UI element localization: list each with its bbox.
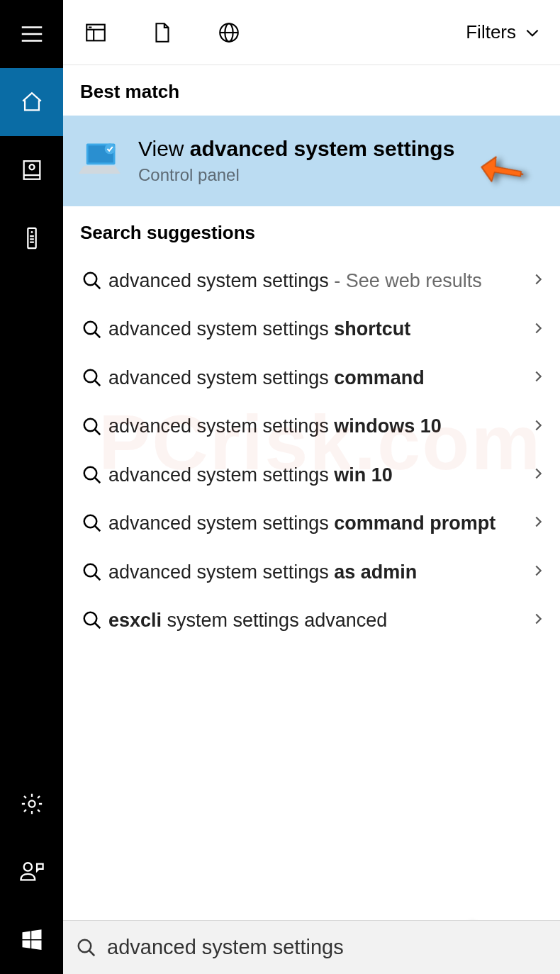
documents-filter-icon — [150, 21, 174, 45]
suggestion-item[interactable]: advanced system settings win 10 — [72, 451, 551, 499]
svg-point-22 — [105, 144, 116, 155]
suggestion-item[interactable]: advanced system settings command — [72, 354, 551, 402]
home-icon — [20, 90, 44, 114]
filters-dropdown[interactable]: Filters — [466, 21, 560, 43]
chevron-right-icon[interactable] — [530, 369, 546, 387]
chevron-right-icon[interactable] — [530, 418, 546, 436]
cortana-sidebar — [0, 0, 63, 974]
remote-icon — [20, 226, 44, 250]
suggestion-text: esxcli system settings advanced — [108, 608, 530, 633]
best-match-header: Best match — [63, 65, 560, 116]
chevron-right-icon[interactable] — [530, 272, 546, 290]
suggestion-item[interactable]: advanced system settings as admin — [72, 548, 551, 596]
search-icon — [76, 937, 97, 958]
suggestion-item[interactable]: advanced system settings shortcut — [72, 305, 551, 353]
chevron-right-icon[interactable] — [530, 514, 546, 532]
windows-start-button[interactable] — [0, 906, 63, 974]
search-input[interactable] — [107, 936, 560, 959]
chevron-right-icon[interactable] — [530, 611, 546, 629]
svg-point-29 — [84, 418, 97, 431]
chevron-right-icon[interactable] — [530, 466, 546, 484]
search-bar[interactable] — [63, 920, 560, 974]
home-button[interactable] — [0, 68, 63, 136]
svg-line-34 — [95, 526, 101, 532]
suggestion-item[interactable]: advanced system settings windows 10 — [72, 402, 551, 450]
suggestion-text: advanced system settings as admin — [108, 559, 530, 585]
best-match-title: View advanced system settings — [138, 137, 454, 161]
photo-frame-icon — [20, 158, 44, 182]
documents-filter-button[interactable] — [150, 20, 175, 45]
best-match-result[interactable]: View advanced system settings Control pa… — [63, 116, 560, 206]
filters-label: Filters — [466, 21, 516, 43]
svg-point-37 — [84, 612, 97, 625]
suggestion-item[interactable]: advanced system settings command prompt — [72, 499, 551, 547]
chevron-down-icon — [523, 23, 542, 42]
suggestion-text: advanced system settings command — [108, 365, 530, 391]
search-icon — [76, 464, 108, 486]
web-filter-icon — [217, 21, 241, 45]
suggestion-item[interactable]: esxcli system settings advanced — [72, 596, 551, 644]
filter-topbar: Filters — [63, 0, 560, 65]
chevron-right-icon[interactable] — [530, 563, 546, 581]
svg-point-11 — [28, 800, 35, 807]
svg-line-38 — [95, 623, 101, 629]
hamburger-button[interactable] — [0, 0, 63, 68]
svg-line-30 — [95, 429, 101, 435]
feedback-icon — [20, 860, 44, 884]
svg-point-25 — [84, 321, 97, 334]
svg-line-28 — [95, 381, 101, 386]
svg-point-39 — [79, 939, 91, 952]
svg-line-32 — [95, 478, 101, 483]
search-results-panel: Filters Best match View advanced system … — [63, 0, 560, 974]
notebook-button[interactable] — [0, 136, 63, 204]
search-icon — [76, 561, 108, 583]
chevron-right-icon[interactable] — [530, 320, 546, 339]
svg-point-7 — [30, 231, 33, 233]
svg-point-23 — [84, 273, 97, 286]
search-icon — [76, 319, 108, 340]
svg-line-26 — [95, 332, 101, 337]
search-icon — [76, 416, 108, 437]
svg-point-12 — [23, 863, 31, 871]
devices-button[interactable] — [0, 204, 63, 272]
suggestion-text: advanced system settings command prompt — [108, 510, 530, 536]
search-icon — [76, 367, 108, 388]
svg-point-35 — [84, 564, 97, 577]
search-icon — [76, 513, 108, 534]
svg-point-31 — [84, 467, 97, 480]
svg-point-4 — [29, 164, 34, 169]
windows-start-icon — [19, 927, 45, 953]
apps-filter-icon — [84, 21, 108, 45]
control-panel-app-icon — [76, 140, 128, 182]
best-match-subtitle: Control panel — [138, 165, 454, 185]
settings-button[interactable] — [0, 770, 63, 838]
search-icon — [76, 610, 108, 631]
web-filter-button[interactable] — [216, 20, 242, 45]
gear-icon — [20, 792, 44, 816]
hamburger-icon — [18, 21, 45, 47]
svg-line-36 — [95, 575, 101, 581]
suggestion-text: advanced system settings win 10 — [108, 462, 530, 488]
svg-line-40 — [89, 950, 95, 956]
search-icon — [76, 270, 108, 291]
suggestion-text: advanced system settings - See web resul… — [108, 268, 530, 293]
suggestion-text: advanced system settings shortcut — [108, 316, 530, 342]
apps-filter-button[interactable] — [83, 20, 108, 45]
feedback-button[interactable] — [0, 838, 63, 906]
suggestion-text: advanced system settings windows 10 — [108, 413, 530, 439]
suggestion-item[interactable]: advanced system settings - See web resul… — [72, 257, 551, 305]
suggestions-list: advanced system settings - See web resul… — [63, 257, 560, 645]
svg-rect-16 — [89, 26, 91, 28]
svg-line-24 — [95, 284, 101, 289]
svg-point-27 — [84, 370, 97, 383]
svg-point-33 — [84, 515, 97, 528]
suggestions-header: Search suggestions — [63, 206, 560, 257]
